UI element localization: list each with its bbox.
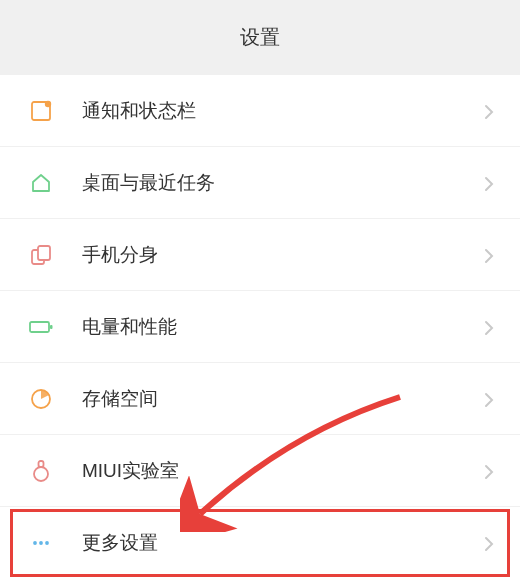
chevron-right-icon: [484, 392, 498, 406]
item-miui-lab[interactable]: MIUI实验室: [0, 435, 520, 507]
item-label: 电量和性能: [82, 314, 484, 340]
item-notification-bar[interactable]: 通知和状态栏: [0, 75, 520, 147]
battery-icon: [28, 314, 54, 340]
more-icon: [28, 530, 54, 556]
item-home-recent[interactable]: 桌面与最近任务: [0, 147, 520, 219]
item-label: MIUI实验室: [82, 458, 484, 484]
svg-rect-5: [50, 325, 53, 329]
svg-rect-8: [39, 461, 44, 467]
item-label: 存储空间: [82, 386, 484, 412]
chevron-right-icon: [484, 248, 498, 262]
item-label: 手机分身: [82, 242, 484, 268]
svg-point-10: [39, 541, 43, 545]
chevron-right-icon: [484, 464, 498, 478]
svg-point-1: [45, 100, 51, 106]
header: 设置: [0, 0, 520, 75]
svg-point-11: [45, 541, 49, 545]
dual-apps-icon: [28, 242, 54, 268]
chevron-right-icon: [484, 104, 498, 118]
lab-icon: [28, 458, 54, 484]
item-more-settings[interactable]: 更多设置: [0, 507, 520, 579]
item-label: 更多设置: [82, 530, 484, 556]
settings-list: 通知和状态栏 桌面与最近任务 手机分身: [0, 75, 520, 579]
chevron-right-icon: [484, 320, 498, 334]
svg-point-7: [34, 467, 48, 481]
notification-icon: [28, 98, 54, 124]
chevron-right-icon: [484, 536, 498, 550]
item-storage[interactable]: 存储空间: [0, 363, 520, 435]
page-title: 设置: [240, 24, 280, 51]
storage-icon: [28, 386, 54, 412]
home-icon: [28, 170, 54, 196]
item-battery[interactable]: 电量和性能: [0, 291, 520, 363]
item-label: 通知和状态栏: [82, 98, 484, 124]
svg-point-9: [33, 541, 37, 545]
chevron-right-icon: [484, 176, 498, 190]
item-dual-apps[interactable]: 手机分身: [0, 219, 520, 291]
svg-rect-3: [38, 246, 50, 260]
svg-rect-4: [30, 322, 49, 332]
item-label: 桌面与最近任务: [82, 170, 484, 196]
